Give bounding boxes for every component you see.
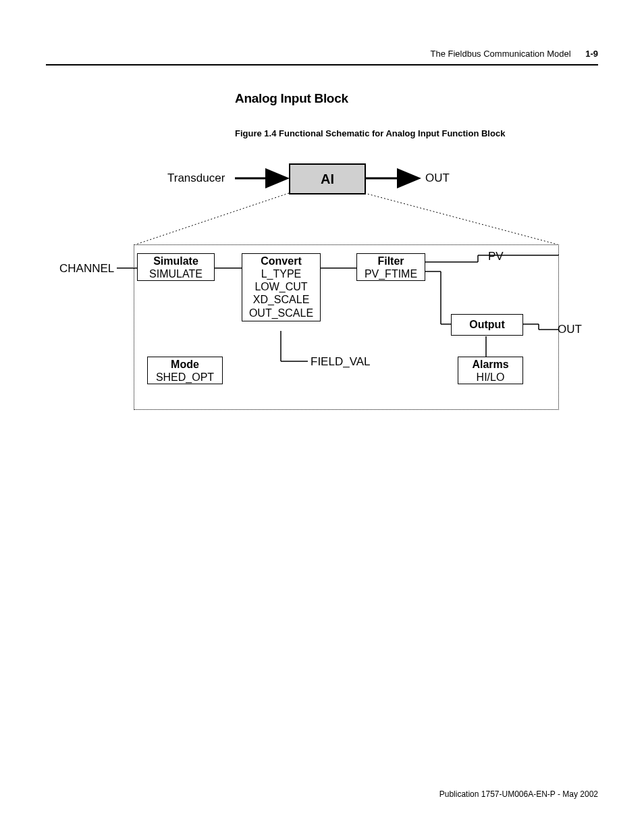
- mode-param-0: SHED_OPT: [148, 371, 222, 384]
- svg-line-2: [136, 193, 289, 244]
- mode-block: Mode SHED_OPT: [147, 357, 223, 384]
- pv-label: PV: [488, 250, 504, 263]
- simulate-block: Simulate SIMULATE: [137, 253, 215, 281]
- convert-param-0: L_TYPE: [242, 267, 320, 280]
- convert-param-2: XD_SCALE: [242, 293, 320, 306]
- filter-title: Filter: [357, 254, 425, 267]
- alarms-title: Alarms: [458, 357, 522, 371]
- simulate-param-0: SIMULATE: [138, 267, 214, 280]
- convert-param-1: LOW_CUT: [242, 280, 320, 293]
- fieldval-label: FIELD_VAL: [311, 355, 371, 369]
- chapter-title: The Fieldbus Communication Model: [430, 49, 570, 59]
- output-block: Output: [451, 314, 523, 336]
- channel-label: CHANNEL: [59, 262, 114, 276]
- publication-footer: Publication 1757-UM006A-EN-P - May 2002: [439, 789, 598, 799]
- section-title: Analog Input Block: [235, 91, 348, 106]
- filter-block: Filter PV_FTIME: [356, 253, 425, 281]
- header-rule: [46, 64, 598, 66]
- alarms-param-0: HI/LO: [458, 371, 522, 384]
- transducer-label: Transducer: [167, 172, 225, 185]
- simulate-title: Simulate: [138, 254, 214, 267]
- page-number: 1-9: [585, 49, 598, 59]
- out-top-label: OUT: [425, 172, 450, 185]
- figure-caption: Figure 1.4 Functional Schematic for Anal…: [235, 128, 505, 138]
- page: The Fieldbus Communication Model 1-9 Ana…: [0, 0, 644, 834]
- diagram: Transducer AI OUT: [46, 155, 598, 439]
- output-title: Output: [452, 315, 522, 334]
- mode-title: Mode: [148, 357, 222, 371]
- filter-param-0: PV_FTIME: [357, 267, 425, 280]
- convert-param-3: OUT_SCALE: [242, 307, 320, 319]
- convert-block: Convert L_TYPE LOW_CUT XD_SCALE OUT_SCAL…: [242, 253, 321, 321]
- svg-line-3: [365, 193, 558, 244]
- alarms-block: Alarms HI/LO: [458, 357, 523, 384]
- running-header: The Fieldbus Communication Model 1-9: [430, 49, 598, 59]
- convert-title: Convert: [242, 254, 320, 267]
- ai-block: AI: [289, 163, 366, 194]
- out-side-label: OUT: [558, 323, 582, 336]
